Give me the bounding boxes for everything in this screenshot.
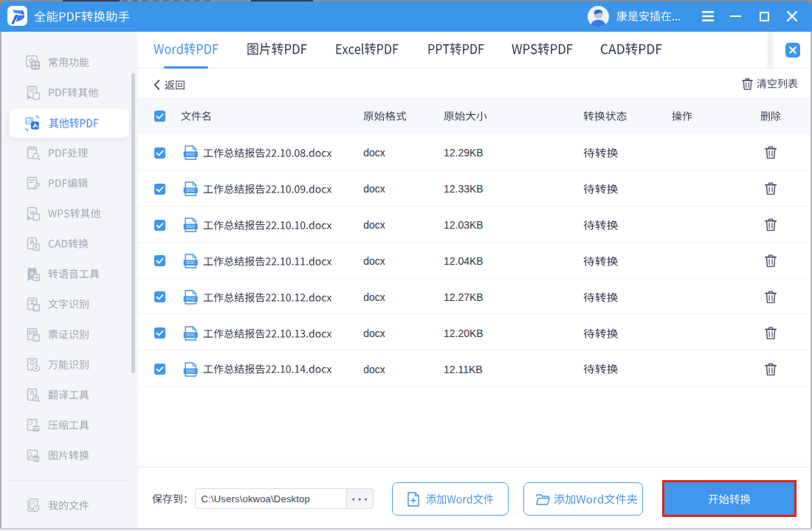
svg-text:JPG: JPG (32, 457, 40, 461)
svg-text:ZIP: ZIP (33, 427, 39, 431)
